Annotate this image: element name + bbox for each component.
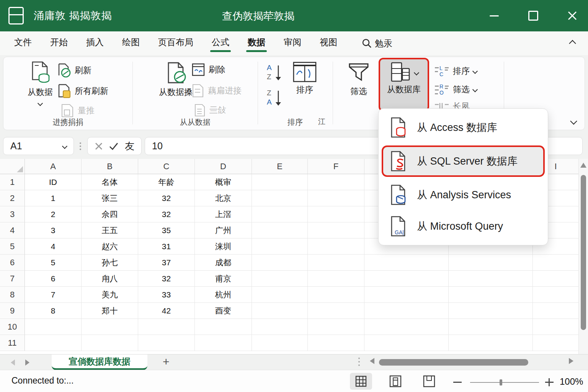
cell-D5[interactable]: 涞圳	[195, 238, 252, 255]
cell-D11[interactable]	[195, 335, 252, 351]
cell-B6[interactable]: 孙七	[82, 255, 138, 271]
cell-A10[interactable]	[25, 319, 82, 335]
mini-sort-button[interactable]: L C 排序	[434, 65, 477, 78]
cell-F1[interactable]	[308, 174, 364, 190]
maximize-button[interactable]	[527, 9, 540, 22]
from-data-source-button[interactable]: 从数据搡	[155, 62, 197, 98]
cell-A4[interactable]: 3	[25, 222, 82, 238]
get-data-button[interactable]: 从数据	[18, 61, 62, 105]
cell-A5[interactable]: 4	[25, 238, 82, 255]
cell-F5[interactable]	[308, 238, 364, 255]
cell-G6[interactable]	[364, 255, 449, 271]
cell-F6[interactable]	[308, 255, 364, 271]
cell-F2[interactable]	[308, 190, 364, 206]
cell-H9[interactable]	[449, 303, 533, 319]
row-header-5[interactable]: 5	[0, 238, 25, 255]
cell-G10[interactable]	[364, 319, 449, 335]
cell-A3[interactable]: 2	[25, 206, 82, 222]
zoom-slider-thumb[interactable]	[500, 379, 502, 385]
ribbon-tab[interactable]: 数据	[247, 35, 266, 52]
cell-A9[interactable]: 8	[25, 303, 82, 319]
cell-C2[interactable]: 32	[138, 190, 195, 206]
ribbon-expand-button[interactable]	[571, 118, 576, 125]
cell-G7[interactable]	[364, 271, 449, 287]
clear-button[interactable]: 刷除	[192, 63, 225, 76]
scrollbar-resize-handle[interactable]	[358, 358, 360, 359]
cell-E11[interactable]	[252, 335, 308, 351]
column-header-E[interactable]: E	[252, 159, 308, 174]
sort-az-button[interactable]: A Z	[266, 63, 284, 84]
cell-E3[interactable]	[252, 206, 308, 222]
cell-E8[interactable]	[252, 287, 308, 303]
cell-C3[interactable]: 32	[138, 206, 195, 222]
cell-C6[interactable]: 37	[138, 255, 195, 271]
ribbon-tab[interactable]: 视图	[319, 35, 338, 52]
cell-G9[interactable]	[364, 303, 449, 319]
cell-I7[interactable]	[533, 271, 579, 287]
cell-D4[interactable]: 广州	[195, 222, 252, 238]
cell-I8[interactable]	[533, 287, 579, 303]
vertical-scrollbar[interactable]	[578, 159, 588, 354]
cell-D3[interactable]: 上滘	[195, 206, 252, 222]
cell-D7[interactable]: 甫京	[195, 271, 252, 287]
cell-D10[interactable]	[195, 319, 252, 335]
vertical-scroll-thumb[interactable]	[581, 175, 586, 330]
formula-bar-handle[interactable]	[80, 142, 81, 144]
ribbon-tab[interactable]: 公式	[211, 35, 230, 52]
row-header-4[interactable]: 4	[0, 222, 25, 238]
row-header-2[interactable]: 2	[0, 190, 25, 206]
cell-H10[interactable]	[449, 319, 533, 335]
cell-F10[interactable]	[308, 319, 364, 335]
cell-C8[interactable]: 33	[138, 287, 195, 303]
column-header-D[interactable]: D	[195, 159, 252, 174]
row-header-8[interactable]: 8	[0, 287, 25, 303]
cell-B9[interactable]: 郑十	[82, 303, 138, 319]
menu-item-from-sql-server[interactable]: 从 SQL Server 数据库	[382, 145, 545, 177]
cell-C7[interactable]: 32	[138, 271, 195, 287]
menu-item-from-access[interactable]: 从 Access 数据库	[383, 114, 543, 141]
cell-I11[interactable]	[533, 335, 579, 351]
scroll-right-arrow-icon[interactable]	[569, 358, 573, 364]
cell-H7[interactable]	[449, 271, 533, 287]
cancel-icon[interactable]	[95, 142, 103, 150]
cell-B5[interactable]: 赵六	[82, 238, 138, 255]
cell-E4[interactable]	[252, 222, 308, 238]
horizontal-scroll-thumb[interactable]	[379, 359, 528, 366]
ribbon-tab[interactable]: 审阅	[283, 35, 302, 52]
row-header-3[interactable]: 3	[0, 206, 25, 222]
cell-F11[interactable]	[308, 335, 364, 351]
cell-I10[interactable]	[533, 319, 579, 335]
sort-za-button[interactable]: Z A	[266, 88, 284, 109]
cell-A11[interactable]	[25, 335, 82, 351]
ribbon-tab[interactable]: 开始	[49, 35, 69, 52]
cell-E1[interactable]	[252, 174, 308, 190]
menu-item-from-microsoft-query[interactable]: GA| 从 Microsoft Query	[383, 213, 543, 240]
mini-filter-button[interactable]: R O 筛选	[434, 83, 477, 96]
zoom-slider-track[interactable]	[470, 382, 539, 383]
cell-E9[interactable]	[252, 303, 308, 319]
scroll-up-arrow-icon[interactable]	[580, 163, 586, 168]
cell-F9[interactable]	[308, 303, 364, 319]
cell-A6[interactable]: 5	[25, 255, 82, 271]
cell-F7[interactable]	[308, 271, 364, 287]
cell-E5[interactable]	[252, 238, 308, 255]
cell-B10[interactable]	[82, 319, 138, 335]
column-header-A[interactable]: A	[25, 159, 82, 174]
cell-C5[interactable]: 31	[138, 238, 195, 255]
column-header-C[interactable]: C	[138, 159, 195, 174]
cell-B8[interactable]: 美九	[82, 287, 138, 303]
cell-E6[interactable]	[252, 255, 308, 271]
cell-E2[interactable]	[252, 190, 308, 206]
page-layout-view-button[interactable]	[384, 373, 407, 390]
cell-A1[interactable]: ID	[25, 174, 82, 190]
select-all-corner[interactable]	[0, 159, 25, 174]
enter-check-icon[interactable]	[109, 142, 119, 150]
scroll-left-arrow-icon[interactable]	[370, 358, 374, 364]
cell-A7[interactable]: 6	[25, 271, 82, 287]
refresh-all-button[interactable]: 所有刷新	[58, 84, 108, 98]
cell-D6[interactable]: 成都	[195, 255, 252, 271]
zoom-level[interactable]: 100%	[560, 376, 583, 387]
collapse-ribbon-button[interactable]	[570, 41, 575, 47]
ribbon-tab[interactable]: 绘图	[121, 35, 140, 52]
cell-B4[interactable]: 王五	[82, 222, 138, 238]
